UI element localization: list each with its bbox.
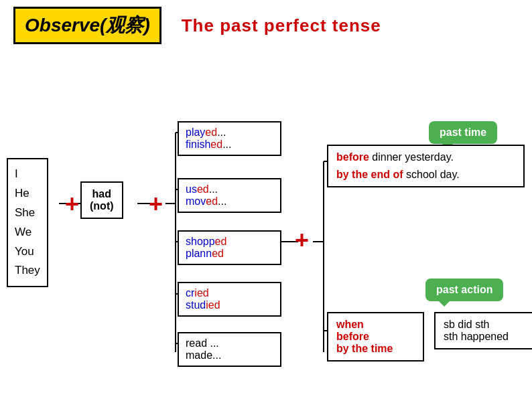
verb-box-cried: cried studied xyxy=(178,282,281,317)
not-label: (not) xyxy=(90,200,114,212)
verb-box-read: read ... made... xyxy=(178,332,281,367)
subject-box: I He She We You They xyxy=(7,158,48,287)
main-content: I He She We You They + had (not) + playe… xyxy=(0,51,532,399)
verb-line-finished: finished... xyxy=(186,139,273,151)
example-line-2: sth happened xyxy=(444,331,524,343)
observe-box: Observe(观察) xyxy=(13,7,161,44)
conjunction-before: before xyxy=(336,331,415,343)
past-time-label: past time xyxy=(440,127,486,138)
conjunction-by-the-time: by the time xyxy=(336,343,415,355)
header: Observe(观察) The past perfect tense xyxy=(0,0,532,51)
verb-line-used: used... xyxy=(186,183,273,195)
verb-line-planned: planned xyxy=(186,248,273,260)
verb-line-shopped: shopped xyxy=(186,236,273,248)
verb-line-played: played... xyxy=(186,127,273,139)
time-reference-box: before dinner yesterday. by the end of s… xyxy=(327,145,525,187)
subject-line-3: She xyxy=(15,204,40,223)
example-line-1: sb did sth xyxy=(444,319,524,331)
observe-label: Observe(观察) xyxy=(25,15,150,35)
past-time-bubble: past time xyxy=(429,121,497,144)
subject-line-1: I xyxy=(15,165,40,184)
verb-box-played: played... finished... xyxy=(178,121,281,156)
example-box: sb did sth sth happened xyxy=(434,312,532,349)
time-line-2: by the end of school day. xyxy=(336,169,515,181)
had-label: had xyxy=(90,188,114,200)
subject-line-6: They xyxy=(15,261,40,281)
verb-line-cried: cried xyxy=(186,287,273,299)
plus-sign-3: + xyxy=(295,226,309,254)
past-action-bubble: past action xyxy=(425,278,503,301)
subject-line-4: We xyxy=(15,223,40,242)
verb-line-made: made... xyxy=(186,349,273,362)
plus-sign-1: + xyxy=(65,190,79,218)
subject-line-5: You xyxy=(15,242,40,262)
subject-line-2: He xyxy=(15,184,40,204)
time-line-1: before dinner yesterday. xyxy=(336,151,515,163)
had-not-box: had (not) xyxy=(80,181,123,219)
verb-line-moved: moved... xyxy=(186,195,273,208)
page-title: The past perfect tense xyxy=(182,15,381,36)
conjunction-when: when xyxy=(336,319,415,331)
verb-line-studied: studied xyxy=(186,299,273,311)
verb-line-read: read ... xyxy=(186,337,273,349)
verb-box-shopped: shopped planned xyxy=(178,230,281,265)
conjunction-box: when before by the time xyxy=(327,312,424,362)
verb-box-used: used... moved... xyxy=(178,178,281,213)
past-action-label: past action xyxy=(436,284,492,295)
plus-sign-2: + xyxy=(149,190,163,218)
